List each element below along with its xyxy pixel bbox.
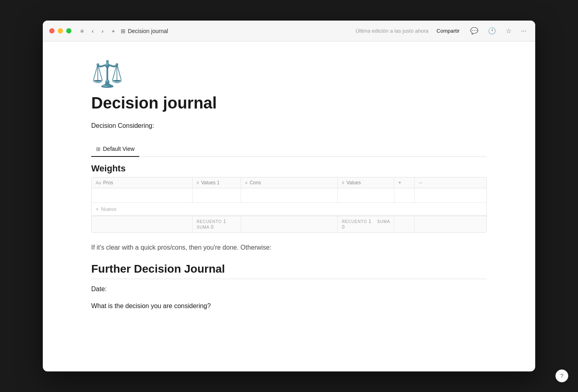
database-section: ⊞ Default View Weights Aa Pros # Values … xyxy=(91,142,487,233)
add-new-row[interactable]: + Nuevo xyxy=(92,203,486,216)
last-edit-text: Última edición a las justo ahora xyxy=(356,28,429,34)
further-section-heading: Further Decision Journal xyxy=(91,263,487,279)
tab-label: Default View xyxy=(103,146,134,152)
number-type-icon-2: # xyxy=(342,180,344,185)
col-cons[interactable]: ≡ Cons xyxy=(241,177,338,188)
page-title: Decision journal xyxy=(91,93,487,113)
text-type-icon-2: ≡ xyxy=(245,180,247,185)
page-content: ⚖️ Decision journal Decision Considering… xyxy=(43,42,535,371)
summary-count-val-2: 1 xyxy=(369,219,371,224)
date-label: Date: xyxy=(91,286,487,293)
maximize-button[interactable] xyxy=(66,28,71,33)
col-values-label: Values xyxy=(346,180,361,186)
traffic-lights xyxy=(49,28,71,33)
help-button[interactable]: ? xyxy=(555,369,568,382)
summary-sum-val-1: 0 xyxy=(211,224,214,230)
default-view-tab[interactable]: ⊞ Default View xyxy=(91,142,139,157)
number-type-icon-1: # xyxy=(197,180,199,185)
summary-count-val-1: 1 xyxy=(223,219,226,224)
summary-cons xyxy=(241,216,338,232)
summary-count-label-1: RECUENTO xyxy=(197,219,223,224)
window-title: Decision journal xyxy=(128,28,168,34)
more-icon: ··· xyxy=(419,180,423,186)
summary-sum-val-2: 0 xyxy=(342,224,345,230)
text-type-icon: Aa xyxy=(96,180,101,185)
comment-button[interactable]: 💬 xyxy=(468,25,481,36)
add-row-label: Nuevo xyxy=(101,206,117,212)
app-window: ≡ ‹ › + ⊞ Decision journal Última edició… xyxy=(43,21,535,371)
minimize-button[interactable] xyxy=(58,28,63,33)
cell-extra2 xyxy=(415,188,431,202)
col-values1-label: Values 1 xyxy=(201,180,220,186)
weights-heading: Weights xyxy=(91,163,487,174)
more-button[interactable]: ··· xyxy=(519,26,529,36)
prose-text: If it's clear with a quick pros/cons, th… xyxy=(91,242,487,253)
col-pros-label: Pros xyxy=(103,180,113,186)
summary-sum-label-2: SUMA xyxy=(377,219,390,224)
question-label: What is the decision you are considering… xyxy=(91,302,487,310)
cell-extra1 xyxy=(394,188,415,202)
cell-pros[interactable] xyxy=(92,188,193,202)
forward-button[interactable]: › xyxy=(99,26,106,36)
back-button[interactable]: ‹ xyxy=(89,26,96,36)
col-values[interactable]: # Values xyxy=(338,177,394,188)
col-cons-label: Cons xyxy=(249,180,261,186)
summary-pros xyxy=(92,216,193,232)
titlebar: ≡ ‹ › + ⊞ Decision journal Última edició… xyxy=(43,21,535,42)
summary-values1: RECUENTO 1 SUMA 0 xyxy=(193,216,241,232)
titlebar-actions: Última edición a las justo ahora Compart… xyxy=(356,25,529,36)
favorite-button[interactable]: ☆ xyxy=(503,25,514,36)
summary-row: RECUENTO 1 SUMA 0 RECUENTO 1 SUMA 0 xyxy=(92,216,486,232)
table-header: Aa Pros # Values 1 ≡ Cons # Values xyxy=(92,177,486,188)
share-button[interactable]: Compartir xyxy=(434,26,463,35)
add-row-icon: + xyxy=(96,206,99,212)
summary-extra2 xyxy=(415,216,431,232)
page-type-icon: ⊞ xyxy=(121,28,126,34)
cell-cons[interactable] xyxy=(241,188,338,202)
close-button[interactable] xyxy=(49,28,54,33)
decision-considering-label: Decision Considering: xyxy=(91,122,487,129)
add-icon: + xyxy=(398,180,401,186)
summary-count-label-2: RECUENTO xyxy=(342,219,369,224)
summary-sum-label-1: SUMA xyxy=(197,225,211,229)
col-values1[interactable]: # Values 1 xyxy=(193,177,241,188)
history-button[interactable]: 🕐 xyxy=(486,25,498,36)
menu-button[interactable]: ≡ xyxy=(78,26,86,36)
summary-extra1 xyxy=(394,216,415,232)
more-cols-button[interactable]: ··· xyxy=(415,177,431,188)
summary-values: RECUENTO 1 SUMA 0 xyxy=(338,216,394,232)
page-emoji: ⚖️ xyxy=(91,61,487,87)
col-pros[interactable]: Aa Pros xyxy=(92,177,193,188)
cell-values[interactable] xyxy=(338,188,394,202)
cell-values1[interactable] xyxy=(193,188,241,202)
database-tabs: ⊞ Default View xyxy=(91,142,487,157)
table-icon: ⊞ xyxy=(96,146,101,152)
weights-table: Aa Pros # Values 1 ≡ Cons # Values xyxy=(91,177,487,233)
add-page-button[interactable]: + xyxy=(109,26,117,36)
add-col-button[interactable]: + xyxy=(394,177,415,188)
table-row xyxy=(92,188,486,203)
nav-buttons: ≡ ‹ › + xyxy=(78,26,117,36)
